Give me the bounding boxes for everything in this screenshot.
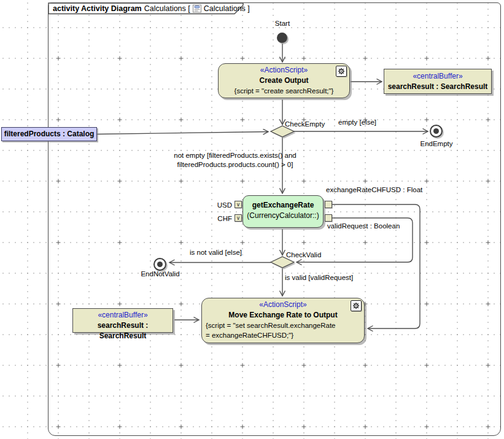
end-empty-label: EndEmpty xyxy=(417,140,456,147)
not-empty-guard-label: not empty [filteredProducts.exists() and… xyxy=(145,151,325,169)
central-buffer-search-result-top[interactable]: «centralBuffer» searchResult : SearchRes… xyxy=(384,69,492,94)
buffer-top-name: searchResult : SearchResult xyxy=(384,82,491,92)
final-node-end-not-valid[interactable] xyxy=(153,258,166,271)
create-output-stereotype: «ActionScript» xyxy=(219,65,349,76)
diagram-canvas: activity Activity Diagram Calculations [… xyxy=(0,0,504,439)
pin-exchange-rate-label: exchangeRateCHFUSD : Float xyxy=(326,186,422,193)
buffer-top-stereotype: «centralBuffer» xyxy=(384,71,491,82)
output-pin-valid-request[interactable] xyxy=(325,214,332,222)
valid-guard-label: is valid [validRequest] xyxy=(285,274,353,281)
frame-diagram-ref: Calculations ] xyxy=(204,4,250,13)
action-get-exchange-rate[interactable]: getExchangeRate (CurrencyCalculator::) xyxy=(242,195,324,228)
value-pin-marker: ∨ xyxy=(236,201,241,208)
move-action-name: Move Exchange Rate to Output xyxy=(202,310,364,321)
object-node-filtered-products[interactable]: filteredProducts : Catalog xyxy=(1,127,97,141)
empty-guard-label: empty [else] xyxy=(338,118,376,126)
input-pin-usd[interactable]: ∨ xyxy=(235,201,242,208)
buffer-bottom-stereotype: «centralBuffer» xyxy=(73,310,173,321)
create-output-script: {script = "create searchResult;"} xyxy=(219,86,349,96)
check-empty-label: CheckEmpty xyxy=(285,120,325,128)
start-label: Start xyxy=(264,20,301,27)
not-empty-guard-line1: not empty [filteredProducts.exists() and xyxy=(174,152,296,159)
behavior-gear-icon xyxy=(351,300,362,311)
move-action-script-line1: {script = "set searchResult.exchangeRate xyxy=(202,321,364,330)
value-pin-marker: ∨ xyxy=(236,215,241,221)
output-pin-exchange-rate[interactable] xyxy=(325,201,332,208)
move-action-stereotype: «ActionScript» xyxy=(202,300,364,310)
buffer-bottom-name: searchResult : SearchResult xyxy=(73,321,173,341)
pin-valid-request-label: validRequest : Boolean xyxy=(327,222,400,230)
initial-node-start[interactable] xyxy=(277,33,287,43)
frame-title: activity Activity Diagram Calculations [… xyxy=(53,4,250,13)
input-pin-chf[interactable]: ∨ xyxy=(235,214,242,222)
create-output-name: Create Output xyxy=(219,76,349,86)
end-not-valid-dot xyxy=(157,262,163,267)
frame-kind-label: activity Activity Diagram xyxy=(53,4,142,13)
frame-diagram-name: Calculations [ xyxy=(144,4,190,13)
check-valid-label: CheckValid xyxy=(286,251,321,258)
central-buffer-search-result-bottom[interactable]: «centralBuffer» searchResult : SearchRes… xyxy=(72,308,173,333)
pin-chf-label: CHF xyxy=(214,215,232,222)
pin-usd-label: USD xyxy=(214,201,232,209)
not-valid-guard-label: is not valid [else] xyxy=(190,249,242,256)
not-empty-guard-line2: filteredProducts.products.count() > 0] xyxy=(177,161,293,168)
final-node-end-empty[interactable] xyxy=(430,125,443,138)
activity-diagram-icon xyxy=(193,4,201,13)
end-not-valid-label: EndNotValid xyxy=(139,270,182,278)
get-exchange-rate-name: getExchangeRate xyxy=(243,200,323,211)
get-exchange-rate-qualifier: (CurrencyCalculator::) xyxy=(243,211,323,220)
move-action-script-line2: = exchangeRateCHFUSD;"} xyxy=(202,330,364,340)
end-empty-dot xyxy=(433,128,439,134)
action-create-output[interactable]: «ActionScript» Create Output {script = "… xyxy=(218,63,350,98)
action-move-exchange-rate[interactable]: «ActionScript» Move Exchange Rate to Out… xyxy=(201,298,365,343)
behavior-gear-icon xyxy=(336,66,347,77)
